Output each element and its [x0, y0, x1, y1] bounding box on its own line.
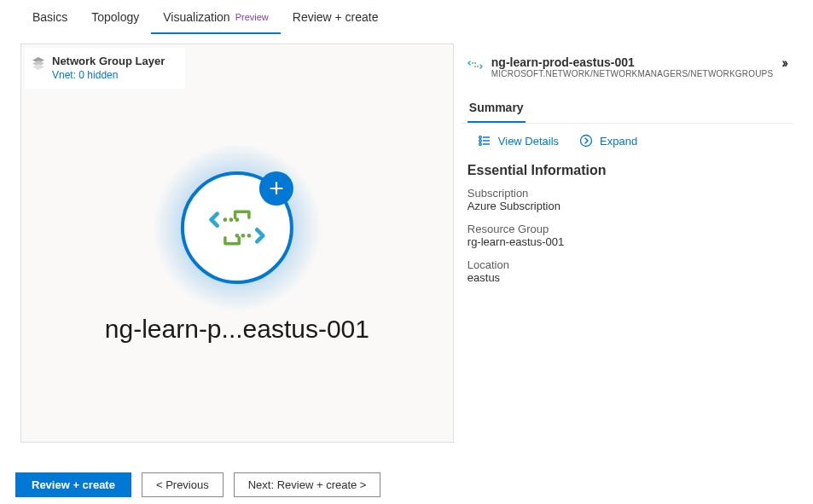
tab-basics[interactable]: Basics [20, 0, 79, 34]
details-sub-tabs: Summary [461, 92, 793, 124]
expand-link[interactable]: Expand [579, 134, 637, 148]
svg-point-4 [229, 217, 234, 222]
svg-point-17 [479, 143, 482, 146]
visualization-node[interactable]: + ng-learn-p...eastus-001 [105, 142, 369, 344]
previous-button[interactable]: < Previous [142, 472, 224, 497]
essential-info-heading: Essential Information [461, 158, 793, 187]
node-glow: + [152, 142, 322, 313]
svg-point-11 [474, 66, 476, 67]
layers-icon [32, 56, 45, 70]
wizard-footer: Review + create < Previous Next: Review … [15, 472, 380, 497]
svg-point-3 [224, 217, 228, 222]
svg-point-10 [474, 62, 476, 64]
visualization-panel: Network Group Layer Vnet: 0 hidden [20, 43, 454, 443]
svg-point-19 [581, 136, 592, 147]
tab-visualization[interactable]: Visualization Preview [151, 0, 280, 34]
svg-point-9 [472, 62, 473, 64]
node-label: ng-learn-p...eastus-001 [105, 315, 369, 344]
subscription-value: Azure Subscription [467, 200, 786, 212]
tab-review-create[interactable]: Review + create [281, 0, 391, 34]
layer-title: Network Group Layer [52, 55, 165, 69]
collapse-chevrons-icon[interactable]: ›› [781, 55, 786, 71]
svg-point-12 [477, 66, 479, 67]
resource-group-label: Resource Group [467, 223, 786, 235]
svg-point-13 [479, 136, 482, 139]
tab-visualization-label: Visualization [163, 10, 229, 24]
expand-icon [579, 134, 593, 148]
details-panel: ng-learn-prod-eastus-001 MICROSOFT.NETWO… [454, 43, 793, 443]
resource-group-value: rg-learn-eastus-001 [467, 235, 786, 248]
subscription-label: Subscription [467, 187, 786, 200]
location-label: Location [467, 258, 786, 271]
node-circle[interactable]: + [181, 171, 293, 284]
preview-badge: Preview [235, 12, 269, 22]
view-details-label: View Details [498, 135, 559, 148]
list-icon [478, 134, 491, 148]
svg-point-15 [479, 140, 482, 142]
svg-marker-2 [32, 64, 44, 70]
info-location: Location eastus [461, 258, 793, 294]
tab-summary[interactable]: Summary [467, 92, 526, 123]
content-area: Network Group Layer Vnet: 0 hidden [0, 35, 813, 443]
location-value: eastus [467, 271, 786, 284]
svg-point-8 [247, 234, 252, 238]
layer-toggle[interactable]: Network Group Layer Vnet: 0 hidden [25, 48, 185, 89]
resource-icon [467, 57, 483, 72]
view-details-link[interactable]: View Details [478, 134, 559, 148]
details-subtitle: MICROSOFT.NETWORK/NETWORKMANAGERS/NETWOR… [491, 69, 774, 78]
details-title-block: ng-learn-prod-eastus-001 MICROSOFT.NETWO… [491, 55, 774, 78]
next-button[interactable]: Next: Review + create > [234, 472, 381, 497]
details-header: ng-learn-prod-eastus-001 MICROSOFT.NETWO… [461, 55, 793, 87]
info-resource-group: Resource Group rg-learn-eastus-001 [461, 223, 793, 258]
tab-topology[interactable]: Topology [79, 0, 151, 34]
layer-text: Network Group Layer Vnet: 0 hidden [52, 55, 165, 82]
add-node-button[interactable]: + [259, 171, 293, 206]
review-create-button[interactable]: Review + create [15, 472, 131, 497]
action-links: View Details Expand [461, 124, 793, 158]
svg-point-6 [235, 234, 240, 238]
svg-point-5 [235, 217, 240, 222]
info-subscription: Subscription Azure Subscription [461, 187, 793, 223]
details-title: ng-learn-prod-eastus-001 [491, 55, 774, 69]
wizard-tabs: Basics Topology Visualization Preview Re… [0, 0, 813, 35]
svg-point-7 [241, 234, 246, 238]
expand-label: Expand [600, 135, 637, 148]
layer-subtitle[interactable]: Vnet: 0 hidden [52, 69, 165, 83]
network-group-icon [207, 198, 267, 258]
